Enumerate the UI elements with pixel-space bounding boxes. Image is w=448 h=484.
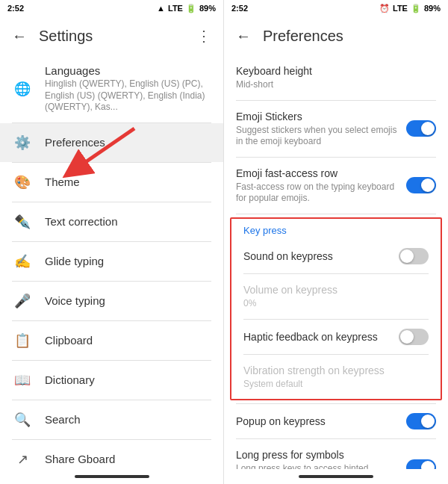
long-press-symbols-toggle[interactable] [406,459,436,469]
sidebar-label-preferences: Preferences [45,136,105,149]
share-gboard-icon: ↗ [12,449,33,469]
sidebar-label-voice-typing: Voice typing [45,294,105,307]
setting-title-volume-on-keypress: Volume on keypress [243,284,337,296]
left-time: 2:52 [7,4,24,13]
setting-title-popup-on-keypress: Popup on keypress [236,415,326,427]
left-battery: 89% [199,4,216,13]
setting-title-emoji-stickers: Emoji Stickers [236,111,302,122]
signal-icon: ▲ [157,4,165,13]
setting-item-haptic-feedback[interactable]: Haptic feedback on keypress [231,320,441,354]
setting-title-haptic-feedback: Haptic feedback on keypress [243,331,378,343]
key-press-label: Key press [231,219,441,239]
theme-icon: 🎨 [12,172,33,193]
sidebar-item-theme[interactable]: 🎨Theme [0,163,223,202]
setting-title-sound-on-keypress: Sound on keypress [243,250,333,262]
preferences-icon: ⚙️ [12,132,33,153]
sidebar-item-dictionary[interactable]: 📖Dictionary [0,361,223,400]
sidebar-item-glide-typing[interactable]: ✍️Glide typing [0,242,223,281]
setting-subtitle-emoji-fast-access: Fast-access row on the typing keyboard f… [236,182,400,205]
emoji-fast-access-toggle[interactable] [406,177,436,193]
setting-subtitle-volume-on-keypress: 0% [243,298,423,310]
setting-title-long-press-symbols: Long press for symbols [236,449,344,461]
haptic-feedback-toggle[interactable] [399,329,429,345]
left-status-icons: ▲ LTE 🔋 89% [157,4,216,13]
right-settings-panel: Keyboard heightMid-shortEmoji StickersSu… [224,55,448,469]
setting-item-volume-on-keypress: Volume on keypress0% [231,274,441,319]
sidebar-label-clipboard: Clipboard [45,334,93,347]
right-bottom-bar [224,469,448,484]
setting-subtitle-vibration-strength: System default [243,379,423,391]
sidebar-label-share-gboard: Share Gboard [45,453,115,465]
left-home-indicator [75,475,149,478]
clipboard-icon: 📋 [12,330,33,351]
right-battery: 89% [424,4,441,13]
sidebar-item-share-gboard[interactable]: ↗Share Gboard [0,440,223,469]
right-back-button[interactable]: ← [236,28,251,45]
sidebar-item-text-correction[interactable]: ✒️Text correction [0,202,223,241]
left-title: Settings [39,28,196,45]
long-press-symbols-toggle-knob [421,461,435,469]
right-status-icons: ⏰ LTE 🔋 89% [379,4,441,13]
setting-subtitle-emoji-stickers: Suggest stickers when you select emojis … [236,125,400,148]
emoji-stickers-toggle[interactable] [406,120,436,137]
dictionary-icon: 📖 [12,370,33,391]
lte-label-right: LTE [393,4,408,13]
sidebar-sublabel-languages: Hinglish (QWERTY), English (US) (PC), En… [45,78,211,114]
sidebar-label-text-correction: Text correction [45,215,118,228]
lte-label: LTE [168,4,183,13]
sidebar-label-glide-typing: Glide typing [45,255,104,267]
voice-typing-icon: 🎤 [12,291,33,311]
setting-title-keyboard-height: Keyboard height [236,65,312,77]
setting-item-sound-on-keypress[interactable]: Sound on keypress [231,239,441,273]
popup-on-keypress-toggle[interactable] [406,413,436,429]
sidebar-label-dictionary: Dictionary [45,373,95,386]
sidebar-label-search: Search [45,413,81,426]
popup-on-keypress-toggle-knob [421,415,435,428]
left-nav-panel: 🌐LanguagesHinglish (QWERTY), English (US… [0,55,224,469]
more-options-button[interactable]: ⋮ [196,27,211,45]
sound-on-keypress-toggle-knob [400,249,414,263]
setting-item-long-press-symbols[interactable]: Long press for symbolsLong press keys to… [224,439,448,469]
right-title: Preferences [263,28,343,45]
right-header: ← Preferences [224,16,448,55]
right-home-indicator [299,475,373,478]
left-bottom-bar [0,469,224,484]
setting-item-vibration-strength: Vibration strength on keypressSystem def… [231,355,441,400]
sidebar-item-clipboard[interactable]: 📋Clipboard [0,321,223,360]
haptic-feedback-toggle-knob [400,330,414,344]
right-time: 2:52 [231,4,248,13]
sidebar-item-languages[interactable]: 🌐LanguagesHinglish (QWERTY), English (US… [0,55,223,122]
setting-title-emoji-fast-access: Emoji fast-access row [236,167,337,179]
sidebar-label-theme: Theme [45,176,80,188]
setting-title-vibration-strength: Vibration strength on keypress [243,364,385,376]
battery-icon-right: 🔋 [411,4,421,13]
emoji-fast-access-toggle-knob [421,179,435,192]
setting-subtitle-keyboard-height: Mid-short [236,79,430,91]
search-icon: 🔍 [12,409,33,430]
glide-typing-icon: ✍️ [12,251,33,272]
text-correction-icon: ✒️ [12,211,33,232]
left-back-button[interactable]: ← [12,28,27,45]
sidebar-label-languages: Languages [45,64,211,77]
nav-list: 🌐LanguagesHinglish (QWERTY), English (US… [0,55,223,469]
right-status-bar: 2:52 ⏰ LTE 🔋 89% [224,0,448,16]
alarm-icon: ⏰ [379,4,390,13]
battery-icon: 🔋 [186,4,196,13]
languages-icon: 🌐 [12,78,33,99]
settings-list: Keyboard heightMid-shortEmoji StickersSu… [224,55,448,469]
emoji-stickers-toggle-knob [421,122,435,135]
setting-item-keyboard-height: Keyboard heightMid-short [224,55,448,100]
setting-subtitle-long-press-symbols: Long press keys to access hinted symbols [236,463,400,469]
sidebar-item-search[interactable]: 🔍Search [0,400,223,439]
left-header: ← Settings ⋮ [0,16,224,55]
left-status-bar: 2:52 ▲ LTE 🔋 89% [0,0,224,16]
setting-item-emoji-fast-access[interactable]: Emoji fast-access rowFast-access row on … [224,158,448,214]
sound-on-keypress-toggle[interactable] [399,248,429,264]
setting-item-popup-on-keypress[interactable]: Popup on keypress [224,404,448,438]
key-press-section: Key pressSound on keypressVolume on keyp… [230,217,442,400]
setting-item-emoji-stickers[interactable]: Emoji StickersSuggest stickers when you … [224,101,448,157]
sidebar-item-voice-typing[interactable]: 🎤Voice typing [0,282,223,320]
sidebar-item-preferences[interactable]: ⚙️Preferences [0,123,223,162]
